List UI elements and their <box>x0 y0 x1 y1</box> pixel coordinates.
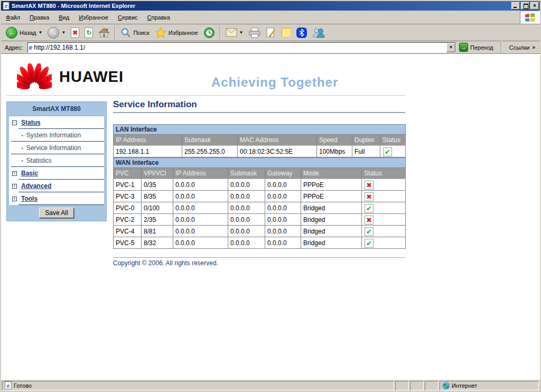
notes-icon <box>282 28 291 38</box>
refresh-button[interactable]: ↻ <box>82 26 96 39</box>
go-arrow-icon: → <box>459 43 468 52</box>
menu-view[interactable]: Вид <box>54 13 74 22</box>
search-button[interactable]: Поиск <box>118 26 152 39</box>
history-icon <box>203 27 215 39</box>
table-cell: 0.0.0.0 <box>228 191 265 202</box>
status-message-panel: e Готово <box>2 381 394 390</box>
expand-plus-icon[interactable]: + <box>12 184 17 189</box>
bluetooth-button[interactable] <box>294 26 310 39</box>
links-button[interactable]: Ссылки » <box>506 44 538 51</box>
menu-help[interactable]: Справка <box>143 13 175 22</box>
copyright-text: Copyright © 2006. All rights reserved. <box>113 257 405 267</box>
brand-header: HUAWEI <box>17 63 124 90</box>
table-cell: 255.255.255.0 <box>182 146 238 157</box>
table-cell: 8/81 <box>142 226 173 237</box>
table-cell: PVC-0 <box>114 202 142 214</box>
column-header: IP Address <box>173 168 228 179</box>
table-row: 192.168.1.1255.255.255.000:18:02:3C:52:5… <box>114 146 406 157</box>
brand-name: HUAWEI <box>59 68 124 86</box>
status-panel <box>395 381 409 390</box>
status-cell: ✖ <box>362 191 406 202</box>
stop-button[interactable]: ✖ <box>68 26 82 39</box>
expand-plus-icon[interactable]: + <box>12 197 17 201</box>
minimize-button[interactable] <box>511 2 520 10</box>
close-button[interactable]: × <box>530 2 539 10</box>
address-input[interactable]: e http://192.168.1.1/ ▼ <box>27 42 456 53</box>
sidebar-item-basic[interactable]: + Basic <box>9 167 104 180</box>
sidebar-item-service-information[interactable]: ▪ Service Information <box>9 142 104 154</box>
refresh-icon: ↻ <box>85 27 93 38</box>
internet-zone-panel: Интернет <box>440 381 539 390</box>
address-bar: Адрес: e http://192.168.1.1/ ▼ → Переход… <box>1 41 540 54</box>
sidebar-item-tools[interactable]: + Tools <box>9 192 104 205</box>
sidebar-item-status[interactable]: − Status <box>9 116 104 129</box>
title-bar: e SmartAX MT880 - Microsoft Internet Exp… <box>1 1 540 11</box>
table-cell: 0.0.0.0 <box>265 191 301 202</box>
header-divider <box>6 95 405 96</box>
back-icon: ← <box>6 27 17 39</box>
table-cell: PVC-2 <box>114 214 142 226</box>
table-cell: PPPoE <box>301 191 362 202</box>
table-row: PVC-48/810.0.0.00.0.0.00.0.0.0Bridged✔ <box>114 226 406 237</box>
restore-button[interactable] <box>521 2 529 10</box>
table-row: PVC-58/320.0.0.00.0.0.00.0.0.0Bridged✔ <box>114 237 406 249</box>
sidebar-item-system-information[interactable]: ▪ System Information <box>9 129 104 142</box>
table-cell: 0.0.0.0 <box>173 237 228 249</box>
ie-page-icon: e <box>3 2 10 10</box>
address-url[interactable]: http://192.168.1.1/ <box>32 44 446 51</box>
back-button[interactable]: ← Назад ▼ <box>3 26 45 40</box>
wan-interface-table: WAN InterfacePVCVPI/VCIIP AddressSubmask… <box>113 157 406 249</box>
edit-button[interactable] <box>263 26 279 39</box>
menu-favorites[interactable]: Избранное <box>74 13 113 22</box>
main-content: Service Information LAN InterfaceIP Addr… <box>113 99 405 267</box>
table-row: PVC-38/350.0.0.00.0.0.00.0.0.0PPPoE✖ <box>114 191 406 202</box>
table-cell: 0.0.0.0 <box>173 202 228 214</box>
go-button[interactable]: → Переход <box>458 42 497 52</box>
status-up-icon: ✔ <box>383 147 392 156</box>
notes-button[interactable] <box>279 27 294 39</box>
table-cell: 0.0.0.0 <box>265 237 301 249</box>
bullet-icon: ▪ <box>22 133 23 138</box>
back-dropdown-icon[interactable]: ▼ <box>39 30 43 35</box>
home-icon <box>98 27 110 38</box>
forward-button[interactable]: → ▼ <box>45 26 68 40</box>
sidebar-item-statistics[interactable]: ▪ Statistics <box>9 154 104 167</box>
column-header: Submask <box>228 168 265 179</box>
save-all-button[interactable]: Save All <box>39 208 73 218</box>
toolbar-separator <box>501 41 502 54</box>
expand-plus-icon[interactable]: + <box>12 171 17 176</box>
messenger-icon <box>312 27 325 38</box>
toolbar-separator <box>220 26 221 40</box>
menu-edit[interactable]: Правка <box>25 13 54 22</box>
column-header: Status <box>380 135 406 146</box>
table-row: PVC-10/350.0.0.00.0.0.00.0.0.0PPPoE✖ <box>114 179 406 191</box>
bullet-icon: ▪ <box>22 158 23 163</box>
table-cell: Bridged <box>301 226 362 237</box>
table-cell: PVC-1 <box>114 179 142 191</box>
mail-dropdown-icon[interactable]: ▼ <box>239 30 244 35</box>
home-button[interactable] <box>96 26 113 39</box>
status-cell: ✔ <box>362 237 406 249</box>
sidebar-item-advanced[interactable]: + Advanced <box>9 180 104 192</box>
page-title: Service Information <box>113 99 405 113</box>
table-cell: 8/35 <box>142 191 173 202</box>
history-button[interactable] <box>201 26 218 40</box>
table-cell: Bridged <box>301 202 362 214</box>
forward-dropdown-icon[interactable]: ▼ <box>61 30 66 35</box>
status-panel <box>425 381 439 390</box>
table-cell: 100Mbps <box>317 146 352 157</box>
table-cell: 192.168.1.1 <box>114 146 182 157</box>
table-cell: 0.0.0.0 <box>173 226 228 237</box>
messenger-button[interactable] <box>310 26 328 39</box>
links-chevron-icon: » <box>532 44 535 50</box>
collapse-minus-icon[interactable]: − <box>12 120 17 125</box>
favorites-button[interactable]: Избранное <box>152 26 201 39</box>
table-cell: Full <box>352 146 380 157</box>
table-cell: Bridged <box>301 214 362 226</box>
column-header: VPI/VCI <box>142 168 173 179</box>
menu-tools[interactable]: Сервис <box>113 13 143 22</box>
menu-file[interactable]: Файл <box>1 13 25 22</box>
print-button[interactable] <box>246 26 263 39</box>
mail-button[interactable]: ▼ <box>223 27 246 38</box>
address-dropdown-icon[interactable]: ▼ <box>446 43 455 52</box>
